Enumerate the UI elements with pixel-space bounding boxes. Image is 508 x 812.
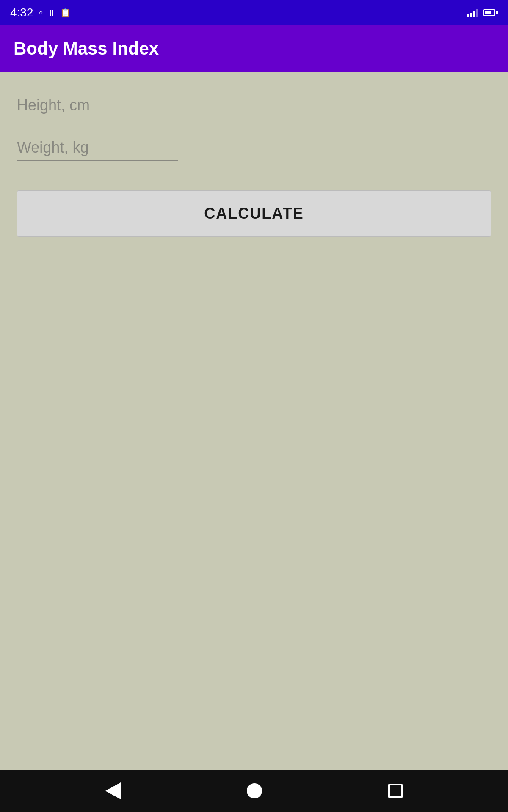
back-button[interactable]	[105, 782, 121, 799]
app-bar: Body Mass Index	[0, 25, 508, 72]
height-input-group	[17, 93, 491, 118]
clipboard-icon: 📋	[60, 8, 71, 18]
status-bar-left: 4:32 ⌖ ⏸ 📋	[10, 6, 71, 19]
battery-icon	[483, 9, 498, 16]
height-input[interactable]	[17, 93, 178, 118]
home-icon	[247, 783, 262, 798]
weight-input-group	[17, 135, 491, 161]
app-title: Body Mass Index	[14, 38, 159, 59]
nav-bar	[0, 770, 508, 812]
media-icon: ⏸	[47, 8, 56, 18]
location-icon: ⌖	[39, 8, 43, 18]
status-bar: 4:32 ⌖ ⏸ 📋	[0, 0, 508, 25]
battery-fill	[485, 11, 491, 14]
recents-icon	[388, 784, 403, 798]
status-bar-right	[467, 8, 498, 17]
status-time: 4:32	[10, 6, 33, 19]
back-icon	[105, 782, 121, 799]
weight-input[interactable]	[17, 135, 178, 161]
calculate-button[interactable]: CALCULATE	[17, 190, 491, 237]
home-button[interactable]	[247, 783, 262, 798]
battery-body	[483, 9, 495, 16]
signal-icon	[467, 8, 478, 17]
status-icons: ⌖ ⏸ 📋	[39, 8, 71, 18]
recents-button[interactable]	[388, 784, 403, 798]
main-content: CALCULATE	[0, 72, 508, 770]
battery-tip	[496, 11, 498, 14]
